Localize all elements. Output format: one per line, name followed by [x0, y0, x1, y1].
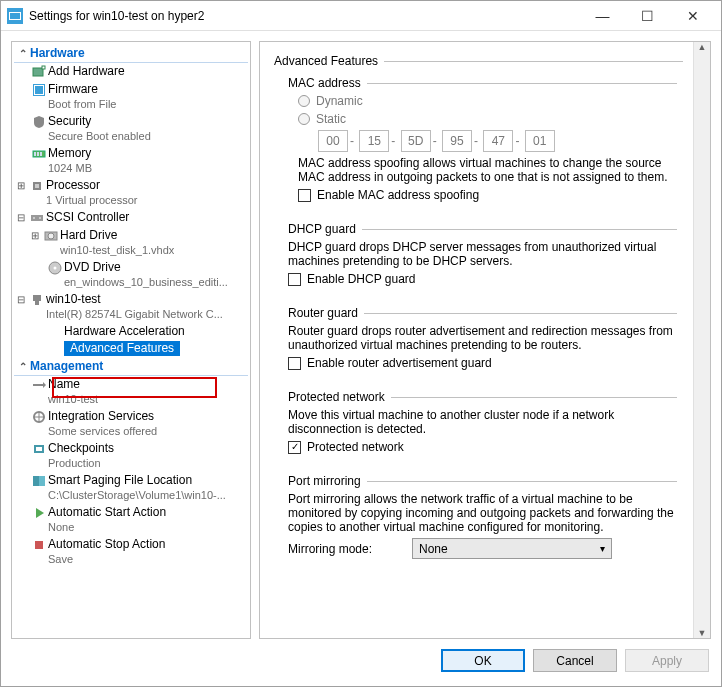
tree-item-dvd-drive[interactable]: DVD Driveen_windows_10_business_editi...: [14, 259, 248, 291]
tree-item-scsi-controller[interactable]: ⊟ SCSI Controller: [14, 209, 248, 227]
tree-item-security[interactable]: SecuritySecure Boot enabled: [14, 113, 248, 145]
svg-rect-11: [40, 152, 42, 156]
memory-icon: [30, 146, 48, 162]
svg-rect-7: [35, 86, 43, 94]
controller-icon: [28, 210, 46, 226]
checkbox-protected-network[interactable]: ✓ Protected network: [288, 440, 677, 454]
vertical-scrollbar[interactable]: ▲ ▼: [693, 42, 710, 638]
close-button[interactable]: ✕: [670, 1, 715, 31]
dialog-buttons: OK Cancel Apply: [1, 639, 721, 686]
tree-item-integration-services[interactable]: Integration ServicesSome services offere…: [14, 408, 248, 440]
apply-button: Apply: [625, 649, 709, 672]
tree-item-firmware[interactable]: FirmwareBoot from File: [14, 81, 248, 113]
mac-segment-2: 5D: [401, 130, 431, 152]
svg-rect-4: [42, 66, 45, 69]
svg-rect-9: [34, 152, 36, 156]
tree-item-hard-drive[interactable]: ⊞ Hard Drivewin10-test_disk_1.vhdx: [14, 227, 248, 259]
dvd-icon: [46, 260, 64, 276]
collapse-icon[interactable]: ⊟: [16, 292, 26, 307]
tree-section-management[interactable]: ⌃ Management: [14, 357, 248, 376]
svg-point-16: [39, 217, 41, 219]
tree-item-add-hardware[interactable]: Add Hardware: [14, 63, 248, 81]
details-pane: Advanced Features MAC address Dynamic St…: [259, 41, 711, 639]
tree-item-smart-paging[interactable]: Smart Paging File LocationC:\ClusterStor…: [14, 472, 248, 504]
auto-start-icon: [30, 505, 48, 521]
mirror-mode-value: None: [419, 542, 448, 556]
mac-segment-3: 95: [442, 130, 472, 152]
checkbox-icon: [288, 357, 301, 370]
mac-address-fields: 00- 15- 5D- 95- 47- 01: [298, 130, 677, 152]
tree-item-hardware-acceleration[interactable]: Hardware Acceleration: [14, 323, 248, 340]
hard-drive-icon: [42, 228, 60, 244]
mac-segment-5: 01: [525, 130, 555, 152]
radio-icon: [298, 113, 310, 125]
svg-rect-13: [35, 184, 39, 188]
cpu-icon: [28, 178, 46, 194]
group-protected-title: Protected network: [288, 390, 385, 404]
advanced-features-label: Advanced Features: [70, 341, 174, 356]
titlebar: Settings for win10-test on hyper2 — ☐ ✕: [1, 1, 721, 31]
group-mac-title: MAC address: [288, 76, 361, 90]
protected-description: Move this virtual machine to another clu…: [288, 408, 677, 436]
tree-section-hardware[interactable]: ⌃ Hardware: [14, 44, 248, 63]
navigation-tree[interactable]: ⌃ Hardware Add Hardware FirmwareBoot fro…: [11, 41, 251, 639]
checkbox-mac-spoofing[interactable]: Enable MAC address spoofing: [298, 188, 677, 202]
checkbox-icon: [298, 189, 311, 202]
mac-segment-4: 47: [483, 130, 513, 152]
svg-rect-2: [10, 13, 20, 19]
group-dhcp-title: DHCP guard: [288, 222, 356, 236]
window-title: Settings for win10-test on hyper2: [29, 9, 580, 23]
mac-segment-0: 00: [318, 130, 348, 152]
svg-marker-24: [43, 382, 46, 388]
tree-item-checkpoints[interactable]: CheckpointsProduction: [14, 440, 248, 472]
add-hardware-icon: [30, 64, 48, 80]
tree-item-auto-stop[interactable]: Automatic Stop ActionSave: [14, 536, 248, 568]
collapse-icon[interactable]: ⊟: [16, 210, 26, 225]
tree-item-auto-start[interactable]: Automatic Start ActionNone: [14, 504, 248, 536]
radio-mac-static: Static: [298, 112, 677, 126]
svg-point-15: [33, 217, 35, 219]
collapse-icon: ⌃: [18, 361, 28, 372]
checkbox-dhcp-guard[interactable]: Enable DHCP guard: [288, 272, 677, 286]
tree-item-memory[interactable]: Memory1024 MB: [14, 145, 248, 177]
group-router-title: Router guard: [288, 306, 358, 320]
group-mirror-title: Port mirroring: [288, 474, 361, 488]
mirror-mode-label: Mirroring mode:: [288, 542, 372, 556]
tree-item-network-adapter[interactable]: ⊟ win10-testIntel(R) 82574L Gigabit Netw…: [14, 291, 248, 323]
radio-mac-dynamic: Dynamic: [298, 94, 677, 108]
auto-stop-icon: [30, 537, 48, 553]
svg-marker-30: [36, 508, 44, 518]
integration-icon: [30, 409, 48, 425]
svg-rect-22: [35, 301, 39, 305]
svg-rect-31: [35, 541, 43, 549]
minimize-button[interactable]: —: [580, 1, 625, 31]
details-heading: Advanced Features: [274, 54, 378, 68]
checkbox-icon: [288, 273, 301, 286]
mirror-description: Port mirroring allows the network traffi…: [288, 492, 677, 534]
scroll-up-icon[interactable]: ▲: [698, 42, 707, 52]
svg-rect-14: [31, 215, 43, 221]
cancel-button[interactable]: Cancel: [533, 649, 617, 672]
svg-point-18: [48, 233, 54, 239]
svg-point-20: [54, 267, 57, 270]
mac-segment-1: 15: [359, 130, 389, 152]
ok-button[interactable]: OK: [441, 649, 525, 672]
svg-rect-28: [33, 476, 39, 486]
settings-window: Settings for win10-test on hyper2 — ☐ ✕ …: [0, 0, 722, 687]
collapse-icon: ⌃: [18, 48, 28, 59]
expand-icon[interactable]: ⊞: [30, 228, 40, 243]
expand-icon[interactable]: ⊞: [16, 178, 26, 193]
tree-item-advanced-features[interactable]: Advanced Features: [14, 340, 248, 357]
tree-section-label: Hardware: [30, 46, 85, 60]
radio-icon: [298, 95, 310, 107]
svg-rect-21: [33, 295, 41, 301]
scroll-down-icon[interactable]: ▼: [698, 628, 707, 638]
mirror-mode-dropdown[interactable]: None ▾: [412, 538, 612, 559]
checkpoints-icon: [30, 441, 48, 457]
tree-item-name[interactable]: Namewin10-test: [14, 376, 248, 408]
tree-item-processor[interactable]: ⊞ Processor1 Virtual processor: [14, 177, 248, 209]
checkbox-router-guard[interactable]: Enable router advertisement guard: [288, 356, 677, 370]
tree-section-label: Management: [30, 359, 103, 373]
maximize-button[interactable]: ☐: [625, 1, 670, 31]
paging-icon: [30, 473, 48, 489]
